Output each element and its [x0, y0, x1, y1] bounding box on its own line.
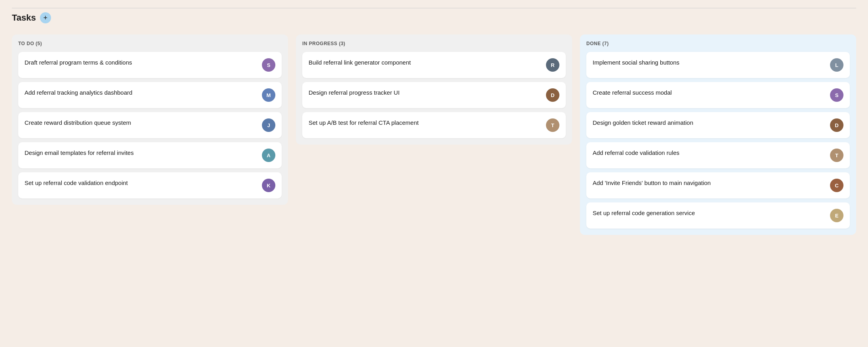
card-text: Create reward distribution queue system [25, 118, 258, 127]
avatar: S [830, 88, 843, 102]
task-card[interactable]: Draft referral program terms & condition… [18, 52, 282, 78]
cards-todo: Draft referral program terms & condition… [18, 52, 282, 198]
task-card[interactable]: Set up referral code validation endpoint… [18, 172, 282, 198]
card-text: Design email templates for referral invi… [25, 149, 258, 157]
task-card[interactable]: Design golden ticket reward animationD [586, 112, 850, 138]
avatar: A [262, 149, 275, 162]
column-done: DONE (7)Implement social sharing buttons… [580, 34, 856, 235]
cards-done: Implement social sharing buttonsLCreate … [586, 52, 850, 229]
task-card[interactable]: Design referral progress tracker UID [302, 82, 566, 108]
card-text: Set up A/B test for referral CTA placeme… [309, 118, 542, 127]
task-card[interactable]: Implement social sharing buttonsL [586, 52, 850, 78]
avatar: L [830, 58, 843, 72]
task-card[interactable]: Add referral code validation rulesT [586, 142, 850, 168]
avatar: K [262, 179, 275, 192]
task-card[interactable]: Build referral link generator componentR [302, 52, 566, 78]
avatar: T [830, 149, 843, 162]
card-text: Create referral success modal [593, 88, 826, 97]
card-text: Draft referral program terms & condition… [25, 58, 258, 67]
task-board: TO DO (5)Draft referral program terms & … [12, 34, 856, 235]
avatar: T [546, 118, 559, 132]
avatar: D [546, 88, 559, 102]
task-card[interactable]: Set up referral code generation serviceE [586, 202, 850, 229]
card-text: Add referral code validation rules [593, 149, 826, 157]
column-header-done: DONE (7) [586, 41, 850, 46]
card-text: Add referral tracking analytics dashboar… [25, 88, 258, 97]
avatar: S [262, 58, 275, 72]
task-card[interactable]: Design email templates for referral invi… [18, 142, 282, 168]
avatar: M [262, 88, 275, 102]
avatar: C [830, 179, 843, 192]
avatar: J [262, 118, 275, 132]
avatar: E [830, 209, 843, 222]
avatar: R [546, 58, 559, 72]
card-text: Implement social sharing buttons [593, 58, 826, 67]
column-todo: TO DO (5)Draft referral program terms & … [12, 34, 288, 205]
card-text: Set up referral code validation endpoint [25, 179, 258, 187]
card-text: Design golden ticket reward animation [593, 118, 826, 127]
task-card[interactable]: Set up A/B test for referral CTA placeme… [302, 112, 566, 138]
card-text: Build referral link generator component [309, 58, 542, 67]
page-title: Tasks [12, 13, 36, 23]
card-text: Set up referral code generation service [593, 209, 826, 217]
task-card[interactable]: Add 'Invite Friends' button to main navi… [586, 172, 850, 198]
card-text: Design referral progress tracker UI [309, 88, 542, 97]
add-task-button[interactable]: + [40, 12, 51, 23]
task-card[interactable]: Add referral tracking analytics dashboar… [18, 82, 282, 108]
column-header-inprogress: IN PROGRESS (3) [302, 41, 566, 46]
column-inprogress: IN PROGRESS (3)Build referral link gener… [296, 34, 572, 145]
cards-inprogress: Build referral link generator componentR… [302, 52, 566, 138]
task-card[interactable]: Create referral success modalS [586, 82, 850, 108]
task-card[interactable]: Create reward distribution queue systemJ [18, 112, 282, 138]
page-header: Tasks + [12, 8, 856, 27]
column-header-todo: TO DO (5) [18, 41, 282, 46]
avatar: D [830, 118, 843, 132]
card-text: Add 'Invite Friends' button to main navi… [593, 179, 826, 187]
